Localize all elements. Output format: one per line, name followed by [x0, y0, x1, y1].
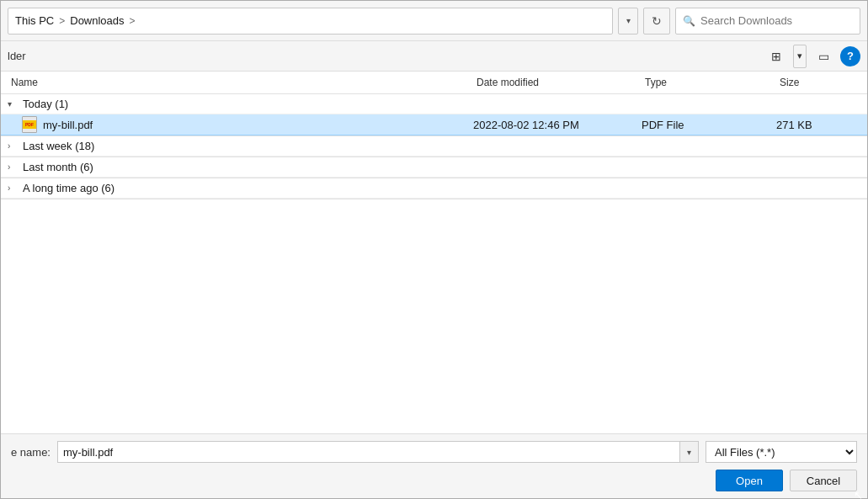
group-label: Last week (18) [23, 140, 94, 152]
help-button[interactable]: ? [840, 46, 860, 66]
group-header-today[interactable]: ▾ Today (1) [1, 94, 867, 114]
file-name: my-bill.pdf [43, 119, 93, 131]
chevron-icon: › [8, 141, 19, 151]
column-headers: Name Date modified Type Size [1, 72, 867, 94]
cancel-button[interactable]: Cancel [790, 470, 857, 491]
breadcrumb[interactable]: This PC > Downloads > [8, 8, 613, 35]
view-icon-button[interactable]: ⊞ [763, 45, 790, 68]
refresh-button[interactable]: ↻ [643, 8, 670, 35]
search-icon: 🔍 [683, 15, 695, 27]
file-type: PDF File [642, 119, 776, 131]
col-type[interactable]: Type [642, 75, 776, 90]
toolbar: lder ⊞ ▾ ▭ ? [1, 41, 867, 72]
bottom-bar: e name: ▾ All Files (*.*) Open ↖ Cancel [1, 433, 867, 498]
new-folder-label: lder [8, 50, 26, 62]
group-header-long-ago[interactable]: › A long time ago (6) [1, 178, 867, 199]
group-label: A long time ago (6) [23, 182, 114, 194]
filename-dropdown-btn[interactable]: ▾ [679, 442, 698, 462]
pane-icon: ▭ [818, 50, 829, 63]
filetype-select-wrapper: All Files (*.*) [706, 441, 857, 463]
breadcrumb-sep1: > [59, 15, 65, 27]
chevron-icon: ▾ [8, 99, 19, 109]
separator [1, 199, 867, 199]
pdf-icon: PDF [22, 116, 37, 133]
chevron-icon: › [8, 162, 19, 172]
search-input[interactable] [700, 14, 853, 27]
file-list: ▾ Today (1) PDF my-bill.pdf 2022-08-02 1… [1, 94, 867, 433]
file-name-cell: PDF my-bill.pdf [21, 116, 473, 133]
address-dropdown-btn[interactable]: ▾ [618, 8, 638, 35]
view-dropdown-button[interactable]: ▾ [793, 45, 807, 68]
file-size: 271 KB [776, 119, 860, 131]
filename-input-wrapper: ▾ [57, 441, 699, 463]
file-date: 2022-08-02 12:46 PM [473, 119, 642, 131]
group-header-last-month[interactable]: › Last month (6) [1, 157, 867, 178]
group-label: Last month (6) [23, 161, 93, 173]
chevron-icon: › [8, 183, 19, 193]
file-row[interactable]: PDF my-bill.pdf 2022-08-02 12:46 PM PDF … [1, 114, 867, 135]
pane-button[interactable]: ▭ [810, 45, 837, 68]
group-header-last-week[interactable]: › Last week (18) [1, 136, 867, 157]
filename-row: e name: ▾ All Files (*.*) [11, 441, 857, 463]
file-icon: PDF [21, 116, 38, 133]
address-bar: This PC > Downloads > ▾ ↻ 🔍 [1, 1, 867, 41]
group-label: Today (1) [23, 98, 68, 110]
breadcrumb-sep2: > [130, 15, 136, 27]
breadcrumb-this-pc: This PC [15, 14, 54, 27]
breadcrumb-downloads: Downloads [70, 14, 124, 27]
filename-input[interactable] [58, 442, 679, 462]
filename-label: e name: [11, 446, 51, 459]
col-name[interactable]: Name [8, 75, 473, 90]
col-date[interactable]: Date modified [473, 75, 642, 90]
col-size[interactable]: Size [776, 75, 860, 90]
filetype-select[interactable]: All Files (*.*) [706, 442, 856, 462]
action-row: Open ↖ Cancel [11, 470, 857, 491]
open-button[interactable]: Open ↖ [716, 470, 783, 491]
search-box[interactable]: 🔍 [675, 8, 860, 35]
grid-view-icon: ⊞ [771, 50, 781, 63]
file-open-dialog: This PC > Downloads > ▾ ↻ 🔍 lder ⊞ ▾ ▭ ? [0, 0, 868, 499]
